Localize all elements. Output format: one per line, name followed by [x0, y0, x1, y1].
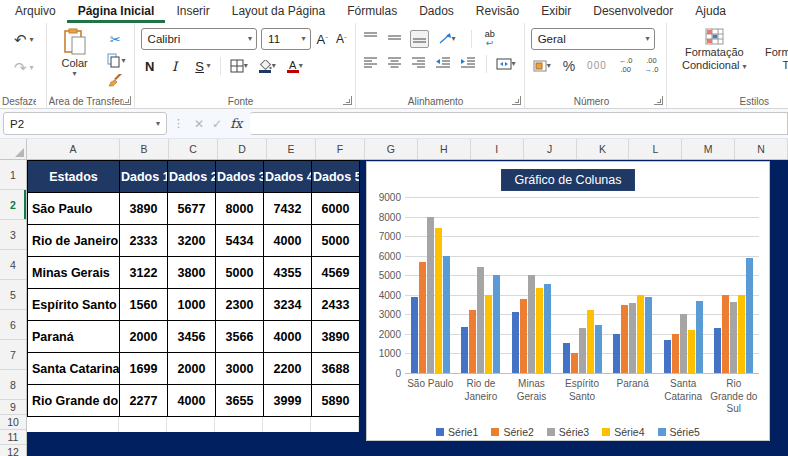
tab-revisa-o[interactable]: Revisão	[465, 0, 530, 23]
cell[interactable]: 4000	[264, 321, 312, 353]
cell[interactable]: 3000	[216, 353, 264, 385]
orientation-button[interactable]: ▾	[436, 32, 458, 46]
cell[interactable]: 5000	[312, 225, 360, 257]
column-header-h[interactable]: H	[418, 139, 471, 159]
bar-se-rie4-rio-de-janeiro[interactable]	[485, 295, 492, 373]
bar-se-rie1-rio-de-janeiro[interactable]	[461, 327, 468, 373]
cell[interactable]: 4569	[312, 257, 360, 289]
cell[interactable]: 1000	[168, 289, 216, 321]
bar-se-rie3-rio-de-janeiro[interactable]	[477, 267, 484, 373]
bar-se-rie2-minas-gerais[interactable]	[520, 299, 527, 373]
row-header-11[interactable]: 11	[0, 430, 26, 445]
cell[interactable]: 3456	[168, 321, 216, 353]
cancel-entry-button[interactable]: ✕	[194, 117, 204, 131]
paste-button[interactable]: Colar ▾	[53, 28, 97, 88]
row-header-2[interactable]: 2	[0, 190, 26, 220]
column-header-a[interactable]: A	[27, 139, 120, 159]
bar-se-rie4-santa-catarina[interactable]	[688, 330, 695, 373]
column-header-g[interactable]: G	[365, 139, 418, 159]
cell[interactable]: 2000	[168, 353, 216, 385]
bar-se-rie2-santa-catarina[interactable]	[672, 334, 679, 373]
table-header-dados-1[interactable]: Dados 1	[120, 161, 168, 193]
font-name-combo[interactable]: Calibri ▾	[141, 28, 258, 50]
cell[interactable]: 5000	[216, 257, 264, 289]
cell[interactable]: 5677	[168, 193, 216, 225]
bar-se-rie1-rio-grande-do-sul[interactable]	[714, 328, 721, 373]
legend-item-se-rie5[interactable]: Série5	[658, 426, 700, 438]
bar-se-rie1-santa-catarina[interactable]	[664, 340, 671, 373]
tab-layout-da-pa-gina[interactable]: Layout da Página	[221, 0, 336, 23]
bar-se-rie2-rio-de-janeiro[interactable]	[469, 310, 476, 373]
align-bottom-button[interactable]	[410, 30, 429, 48]
column-header-d[interactable]: D	[218, 139, 267, 159]
legend-item-se-rie1[interactable]: Série1	[436, 426, 478, 438]
bar-se-rie1-sa-o-paulo[interactable]	[411, 297, 418, 373]
cell[interactable]: 7432	[264, 193, 312, 225]
increase-decimal-button[interactable]: ←.0.00	[617, 56, 635, 75]
tab-desenvolvedor[interactable]: Desenvolvedor	[582, 0, 684, 23]
bar-se-rie5-espi-rito-santo[interactable]	[595, 325, 602, 373]
bar-se-rie4-sa-o-paulo[interactable]	[435, 228, 442, 373]
table-header-dados-5[interactable]: Dados 5	[312, 161, 360, 193]
column-header-b[interactable]: B	[120, 139, 169, 159]
bold-button[interactable]: N	[141, 58, 159, 75]
cell[interactable]: 6000	[312, 193, 360, 225]
confirm-entry-button[interactable]: ✓	[212, 117, 222, 131]
cell[interactable]: Paraná	[28, 321, 120, 353]
percent-style-button[interactable]: %	[561, 57, 577, 75]
column-header-e[interactable]: E	[267, 139, 316, 159]
cell[interactable]: 4000	[264, 225, 312, 257]
bar-se-rie2-parana[interactable]	[621, 305, 628, 373]
cell[interactable]: 5890	[312, 385, 360, 417]
fill-color-button[interactable]: ▾	[257, 59, 278, 74]
undo-button[interactable]: ↶▾	[12, 30, 36, 50]
select-all-corner[interactable]	[0, 139, 27, 159]
cell[interactable]: 3890	[120, 193, 168, 225]
bar-se-rie5-parana[interactable]	[645, 297, 652, 373]
bar-se-rie5-rio-de-janeiro[interactable]	[493, 275, 500, 373]
column-header-n[interactable]: N	[735, 139, 788, 159]
table-header-estados[interactable]: Estados	[28, 161, 120, 193]
empty-cell[interactable]	[263, 417, 311, 432]
cell[interactable]: 3800	[168, 257, 216, 289]
cell[interactable]: 3688	[312, 353, 360, 385]
align-center-button[interactable]	[386, 56, 403, 72]
cell[interactable]: 2333	[120, 225, 168, 257]
row-header-1[interactable]: 1	[0, 160, 26, 190]
bar-se-rie5-minas-gerais[interactable]	[544, 284, 551, 373]
underline-button[interactable]: S ▾	[191, 58, 213, 75]
cell[interactable]: 3200	[168, 225, 216, 257]
bar-se-rie5-sa-o-paulo[interactable]	[443, 256, 450, 373]
row-header-10[interactable]: 10	[0, 415, 26, 430]
cell[interactable]: 2200	[264, 353, 312, 385]
cell[interactable]: 3999	[264, 385, 312, 417]
row-header-7[interactable]: 7	[0, 340, 26, 370]
cell[interactable]: 3234	[264, 289, 312, 321]
format-painter-button[interactable]	[103, 73, 128, 88]
empty-cell[interactable]	[215, 417, 263, 432]
table-header-dados-2[interactable]: Dados 2	[168, 161, 216, 193]
conditional-formatting-button[interactable]: Formatação Condicional ▾	[673, 26, 755, 72]
cell[interactable]: 2277	[120, 385, 168, 417]
cell[interactable]: São Paulo	[28, 193, 120, 225]
cell[interactable]: 3122	[120, 257, 168, 289]
cell[interactable]: 5434	[216, 225, 264, 257]
empty-row[interactable]	[27, 417, 359, 432]
bar-se-rie4-minas-gerais[interactable]	[536, 288, 543, 373]
empty-cell[interactable]	[27, 417, 119, 432]
cell[interactable]: Santa Catarina	[28, 353, 120, 385]
copy-button[interactable]: ▾	[103, 52, 128, 69]
column-header-j[interactable]: J	[524, 139, 577, 159]
dialog-launcher-icon[interactable]	[343, 96, 352, 105]
dialog-launcher-icon[interactable]	[512, 96, 521, 105]
empty-cell[interactable]	[119, 417, 167, 432]
align-left-button[interactable]	[362, 56, 379, 72]
align-top-button[interactable]	[362, 31, 379, 47]
number-format-combo[interactable]: Geral ▾	[531, 28, 655, 50]
cell[interactable]: Minas Gerais	[28, 257, 120, 289]
dialog-launcher-icon[interactable]	[654, 96, 663, 105]
decrease-font-button[interactable]: Aˇ	[334, 31, 349, 47]
cell[interactable]: Rio Grande do Sul	[28, 385, 120, 417]
legend-item-se-rie2[interactable]: Série2	[491, 426, 533, 438]
cell[interactable]: 3566	[216, 321, 264, 353]
